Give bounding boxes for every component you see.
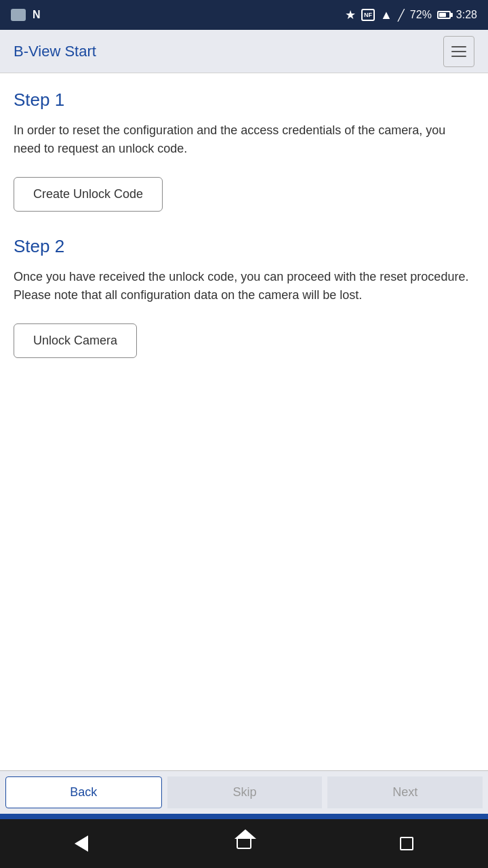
status-time: 3:28: [456, 9, 477, 21]
home-nav-icon[interactable]: [237, 838, 251, 849]
menu-line-3: [451, 56, 466, 57]
bottom-nav: Back Skip Next: [0, 770, 488, 819]
app-title: B-View Start: [14, 43, 96, 60]
wifi-icon: ▲: [380, 8, 392, 22]
step2-heading: Step 2: [14, 236, 474, 257]
status-bar: N ★ NF ▲ ╱ 72% 3:28: [0, 0, 488, 30]
menu-line-2: [451, 51, 466, 52]
back-button[interactable]: Back: [5, 776, 162, 808]
battery-icon: [437, 11, 451, 19]
nav-buttons: Back Skip Next: [0, 770, 488, 814]
progress-bar: [0, 814, 488, 819]
main-content: Step 1 In order to reset the configurati…: [0, 73, 488, 770]
menu-line-1: [451, 46, 466, 47]
system-nav-bar: [0, 819, 488, 868]
signal-icon: ╱: [398, 9, 405, 22]
step2-description: Once you have received the unlock code, …: [14, 268, 474, 304]
status-bar-right-icons: ★ NF ▲ ╱ 72% 3:28: [345, 7, 477, 22]
back-nav-icon[interactable]: [75, 835, 88, 852]
create-unlock-code-button[interactable]: Create Unlock Code: [14, 177, 163, 212]
n-icon: N: [33, 9, 41, 21]
bluetooth-icon: ★: [345, 7, 356, 22]
battery-percent: 72%: [410, 9, 432, 21]
app-header: B-View Start: [0, 30, 488, 73]
step1-heading: Step 1: [14, 90, 474, 111]
status-bar-left-icons: N: [11, 9, 41, 21]
nfc-icon: NF: [361, 9, 375, 21]
recents-nav-icon[interactable]: [400, 837, 413, 850]
next-button[interactable]: Next: [327, 776, 483, 808]
step1-description: In order to reset the configuration and …: [14, 121, 474, 158]
skip-button[interactable]: Skip: [167, 776, 323, 808]
unlock-camera-button[interactable]: Unlock Camera: [14, 323, 137, 358]
menu-button[interactable]: [443, 36, 474, 67]
photo-icon: [11, 9, 26, 21]
